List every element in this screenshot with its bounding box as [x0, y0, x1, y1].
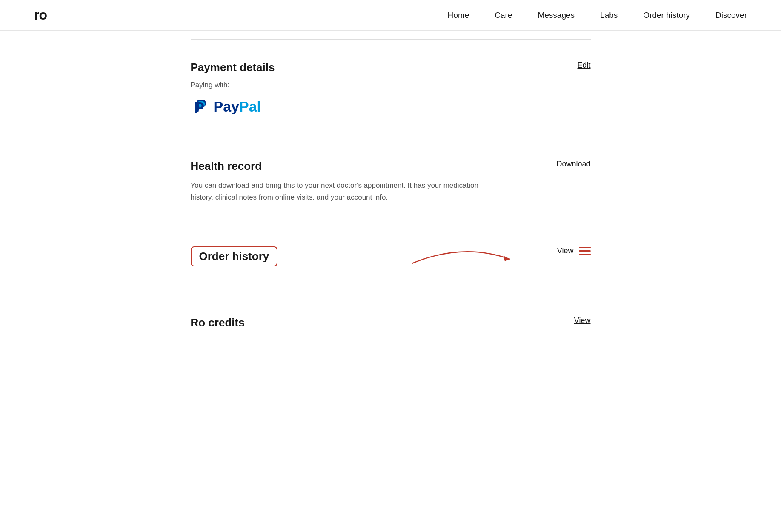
- hamburger-icon[interactable]: [579, 247, 591, 255]
- paypal-icon: P: [191, 96, 211, 117]
- ro-credits-section: Ro credits View: [191, 295, 591, 358]
- logo: ro: [34, 7, 47, 23]
- nav-home[interactable]: Home: [448, 11, 469, 20]
- health-record-title: Health record: [191, 160, 262, 173]
- ro-credits-title: Ro credits: [191, 316, 245, 329]
- health-record-section: Health record Download You can download …: [191, 138, 591, 225]
- paypal-logo: P PayPal: [191, 96, 591, 117]
- payment-details-section: Payment details Edit Paying with: P PayP…: [191, 39, 591, 138]
- order-history-actions: View: [557, 246, 591, 255]
- health-record-description: You can download and bring this to your …: [191, 180, 480, 203]
- payment-details-title: Payment details: [191, 61, 275, 74]
- paying-with-label: Paying with:: [191, 81, 591, 89]
- nav-discover[interactable]: Discover: [715, 11, 747, 20]
- order-history-title: Order history: [199, 250, 269, 263]
- order-history-section: Order history View: [191, 225, 591, 295]
- nav-care[interactable]: Care: [495, 11, 512, 20]
- view-order-history-button[interactable]: View: [557, 246, 574, 255]
- paypal-text: PayPal: [214, 98, 261, 115]
- main-nav: Home Care Messages Labs Order history Di…: [448, 11, 747, 20]
- order-history-title-highlight: Order history: [191, 246, 278, 266]
- svg-text:P: P: [194, 99, 204, 117]
- view-ro-credits-button[interactable]: View: [574, 316, 591, 325]
- edit-payment-button[interactable]: Edit: [577, 61, 590, 70]
- nav-messages[interactable]: Messages: [538, 11, 575, 20]
- nav-labs[interactable]: Labs: [600, 11, 618, 20]
- download-health-record-button[interactable]: Download: [556, 160, 590, 169]
- nav-order-history[interactable]: Order history: [643, 11, 690, 20]
